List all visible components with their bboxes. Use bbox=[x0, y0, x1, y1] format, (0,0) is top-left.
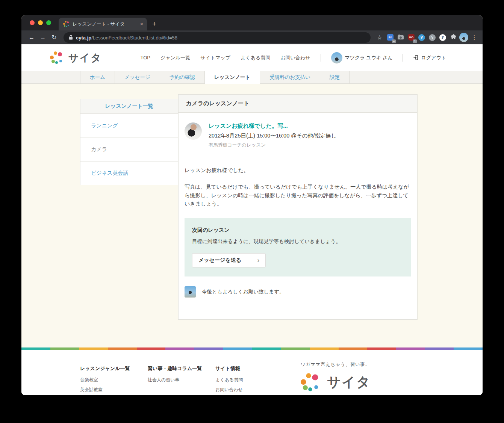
logout-icon bbox=[413, 55, 419, 60]
next-lesson-title: 次回のレッスン bbox=[192, 227, 404, 234]
sidebar-item-business-english[interactable]: ビジネス英会話 bbox=[80, 161, 178, 185]
footer-link-contact[interactable]: お問い合わせ bbox=[215, 387, 275, 393]
cyta-logo-icon bbox=[50, 51, 64, 64]
tab-home[interactable]: ホーム bbox=[80, 71, 115, 84]
tab-settings[interactable]: 設定 bbox=[320, 71, 350, 84]
footer-column-title: 習い事・趣味コラム一覧 bbox=[148, 365, 215, 372]
screenshot-stage: レッスンノート - サイタ × + ← → ↻ cyta.jp/LessonFe… bbox=[0, 0, 504, 423]
lesson-note-panel: カメラのレッスンノート レッスンお疲れ様でした。写... 2012年8月25日(… bbox=[178, 94, 418, 320]
send-message-button[interactable]: メッセージを送る › bbox=[192, 253, 266, 267]
panel-body: レッスンお疲れ様でした。写... 2012年8月25日(土) 15:00〜16:… bbox=[179, 113, 417, 307]
nav-link-contact[interactable]: お問い合わせ bbox=[280, 54, 310, 61]
student-comment-avatar bbox=[185, 286, 196, 298]
sidebar-item-running[interactable]: ランニング bbox=[80, 114, 178, 137]
student-comment-text: 今後ともよろしくお願い致します。 bbox=[202, 289, 284, 295]
nav-link-genres[interactable]: ジャンル一覧 bbox=[160, 54, 190, 61]
footer-brand: ワガママ言えちゃう、習い事。 サイタ bbox=[301, 361, 371, 391]
reload-icon[interactable]: ↻ bbox=[49, 33, 59, 42]
web-page: サイタ TOP ジャンル一覧 サイトマップ よくある質問 お問い合わせ マツクラ… bbox=[21, 44, 483, 395]
browser-profile-avatar[interactable] bbox=[459, 33, 468, 42]
logout-label: ログアウト bbox=[421, 54, 446, 61]
student-comment: 今後ともよろしくお願い致します。 bbox=[185, 286, 411, 298]
next-lesson-box: 次回のレッスン 目標に到達出来るように、現場見学等も検討していきましょう。 メッ… bbox=[185, 218, 411, 276]
forward-icon[interactable]: → bbox=[38, 33, 48, 42]
footer-link-music[interactable]: 音楽教室 bbox=[80, 377, 148, 383]
hatena-badge: – bbox=[392, 39, 396, 43]
tab-close-icon[interactable]: × bbox=[140, 21, 143, 27]
footer-column-site-info: サイト情報 よくある質問 お問い合わせ ニュース bbox=[215, 365, 275, 395]
lesson-note-sidebar: レッスンノート一覧 ランニング カメラ ビジネス英会話 bbox=[80, 99, 178, 185]
browser-toolbar: ← → ↻ cyta.jp/LessonFeedbackStudentList.… bbox=[21, 30, 483, 44]
sidebar-title: レッスンノート一覧 bbox=[80, 99, 178, 114]
new-tab-button[interactable]: + bbox=[152, 18, 156, 30]
browser-menu-icon[interactable]: ⋮ bbox=[470, 33, 479, 42]
content-area: レッスンノート一覧 ランニング カメラ ビジネス英会話 カメラのレッスンノート … bbox=[21, 84, 483, 347]
footer-column-genres: レッスンジャンル一覧 音楽教室 英会話教室 語学の習い事 bbox=[80, 365, 148, 395]
next-lesson-body: 目標に到達出来るように、現場見学等も検討していきましょう。 bbox=[192, 238, 404, 245]
user-avatar bbox=[331, 52, 342, 63]
pinterest-extension-icon[interactable]: P bbox=[438, 33, 447, 42]
camera-extension-icon[interactable] bbox=[396, 33, 405, 42]
footer-column-title: レッスンジャンル一覧 bbox=[80, 365, 148, 372]
footer-link-adult-learning[interactable]: 社会人の習い事 bbox=[148, 377, 215, 383]
site-nav: TOP ジャンル一覧 サイトマップ よくある質問 お問い合わせ マツクラ ユウキ… bbox=[141, 52, 483, 63]
site-favicon-icon bbox=[63, 21, 70, 27]
hatena-extension-icon[interactable]: B! – bbox=[386, 33, 395, 42]
traffic-lights bbox=[21, 15, 59, 30]
user-name: マツクラ ユウキ さん bbox=[345, 54, 393, 61]
lock-icon bbox=[69, 35, 73, 40]
footer-column-title: サイト情報 bbox=[215, 365, 275, 372]
lesson-body-paragraph-1: レッスンお疲れ様でした。 bbox=[185, 166, 411, 174]
vimium-extension-icon[interactable]: V bbox=[417, 33, 426, 42]
browser-window: レッスンノート - サイタ × + ← → ↻ cyta.jp/LessonFe… bbox=[21, 15, 483, 395]
site-header: サイタ TOP ジャンル一覧 サイトマップ よくある質問 お問い合わせ マツクラ… bbox=[21, 44, 483, 71]
ublock-extension-icon[interactable]: UO 1 bbox=[407, 33, 416, 42]
tab-messages[interactable]: メッセージ bbox=[115, 71, 160, 84]
lesson-divider bbox=[185, 156, 411, 156]
user-chip[interactable]: マツクラ ユウキ さん bbox=[331, 52, 393, 63]
site-logo[interactable]: サイタ bbox=[50, 51, 102, 65]
site-logo-text: サイタ bbox=[68, 51, 102, 65]
url-path: /LessonFeedbackStudentList.do#!id=58 bbox=[91, 35, 177, 41]
lesson-entry-header: レッスンお疲れ様でした。写... 2012年8月25日(土) 15:00〜16:… bbox=[185, 113, 411, 148]
panel-title: カメラのレッスンノート bbox=[179, 95, 417, 113]
nav-link-top[interactable]: TOP bbox=[141, 55, 151, 60]
footer-link-faq[interactable]: よくある質問 bbox=[215, 377, 275, 383]
url-domain: cyta.jp bbox=[76, 35, 91, 41]
minimize-window-button[interactable] bbox=[38, 20, 43, 25]
chevron-right-icon: › bbox=[257, 257, 259, 264]
ublock-badge: 1 bbox=[413, 39, 417, 43]
browser-titlebar: レッスンノート - サイタ × + bbox=[21, 15, 483, 30]
url-bar[interactable]: cyta.jp/LessonFeedbackStudentList.do#!id… bbox=[64, 32, 371, 43]
footer-column-columns: 習い事・趣味コラム一覧 社会人の習い事 bbox=[148, 365, 215, 395]
member-tab-nav: ホーム メッセージ 予約の確認 レッスンノート 受講料のお支払い 設定 bbox=[21, 71, 483, 84]
sidebar-item-camera[interactable]: カメラ bbox=[80, 137, 178, 161]
nav-link-sitemap[interactable]: サイトマップ bbox=[200, 54, 230, 61]
lightning-extension-icon[interactable]: ϟ bbox=[428, 33, 437, 42]
bookmark-star-icon[interactable]: ☆ bbox=[375, 33, 384, 42]
tab-title: レッスンノート - サイタ bbox=[73, 21, 137, 27]
back-icon[interactable]: ← bbox=[27, 33, 36, 42]
footer-link-english-school[interactable]: 英会話教室 bbox=[80, 387, 148, 393]
extensions-puzzle-icon[interactable] bbox=[449, 33, 458, 42]
site-footer: レッスンジャンル一覧 音楽教室 英会話教室 語学の習い事 習い事・趣味コラム一覧… bbox=[21, 350, 483, 395]
header-divider-2 bbox=[403, 54, 403, 62]
footer-tagline: ワガママ言えちゃう、習い事。 bbox=[301, 361, 371, 368]
lesson-coach: 有馬秀樹コーチのレッスン bbox=[209, 142, 337, 148]
browser-tab[interactable]: レッスンノート - サイタ × bbox=[59, 18, 147, 30]
cyta-footer-logo-icon bbox=[301, 373, 320, 391]
tab-reservations[interactable]: 予約の確認 bbox=[160, 71, 205, 84]
zoom-window-button[interactable] bbox=[46, 20, 51, 25]
lesson-title-link[interactable]: レッスンお疲れ様でした。写... bbox=[209, 122, 337, 130]
coach-avatar bbox=[185, 122, 202, 140]
footer-color-stripe bbox=[21, 347, 483, 350]
lesson-datetime: 2012年8月25日(土) 15:00〜16:00 @その他/指定無し bbox=[209, 132, 337, 139]
footer-logo[interactable]: サイタ bbox=[301, 373, 371, 391]
nav-link-faq[interactable]: よくある質問 bbox=[241, 54, 270, 61]
tab-payment[interactable]: 受講料のお支払い bbox=[260, 71, 320, 84]
tab-lesson-notes[interactable]: レッスンノート bbox=[205, 71, 260, 84]
close-window-button[interactable] bbox=[30, 20, 35, 25]
footer-logo-text: サイタ bbox=[327, 373, 371, 391]
lesson-body-paragraph-2: 写真は、見ているだけでも、撮っているだけでも上手くなりません。一人で撮る時は考え… bbox=[185, 183, 411, 208]
logout-button[interactable]: ログアウト bbox=[413, 54, 446, 61]
